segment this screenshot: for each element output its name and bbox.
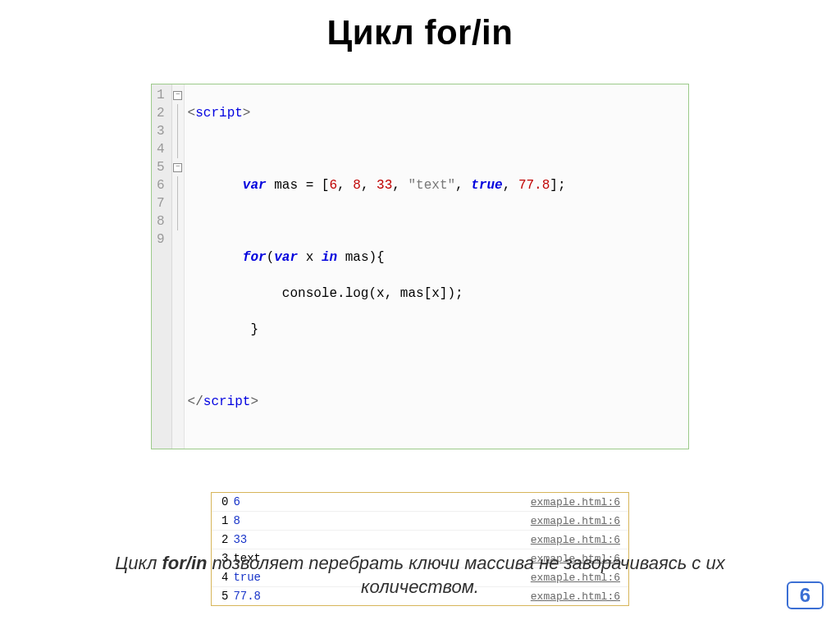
- console-row: 0 6 exmaple.html:6: [212, 493, 628, 511]
- code-token: x: [298, 250, 322, 265]
- code-token: >: [243, 106, 251, 121]
- code-token: }: [188, 322, 258, 337]
- page-number-badge: 6: [787, 581, 824, 609]
- code-token: var: [243, 178, 267, 193]
- slide: Цикл for/in 1 2 3 4 5 6 7 8 9 − − <scrip…: [0, 0, 840, 629]
- code-token: <: [188, 106, 196, 121]
- caption-text: Цикл: [115, 553, 162, 573]
- page-title: Цикл for/in: [0, 0, 840, 52]
- code-token: mas){: [337, 250, 385, 265]
- code-editor: 1 2 3 4 5 6 7 8 9 − − <script> var mas =…: [151, 84, 689, 449]
- console-row: 2 33 exmaple.html:6: [212, 530, 628, 549]
- code-token: 6: [329, 178, 337, 193]
- line-number: 4: [157, 140, 165, 158]
- console-key: 1: [221, 514, 228, 527]
- console-source-link[interactable]: exmaple.html:6: [531, 534, 620, 546]
- code-token: script: [195, 106, 243, 121]
- code-token: var: [274, 250, 298, 265]
- fold-column: − −: [172, 84, 185, 449]
- footer-caption: Цикл for/in позволяет перебрать ключи ма…: [0, 551, 840, 599]
- code-token: true: [471, 178, 502, 193]
- caption-keyword: for/in: [162, 553, 207, 573]
- console-row: 1 8 exmaple.html:6: [212, 511, 628, 530]
- console-value: 6: [233, 495, 240, 508]
- caption-text: позволяет перебрать ключи массива не зав…: [207, 553, 724, 573]
- console-source-link[interactable]: exmaple.html:6: [531, 496, 620, 508]
- code-token: "text": [408, 178, 455, 193]
- code-token: 33: [377, 178, 392, 193]
- code-token: 77.8: [518, 178, 550, 193]
- code-token: (: [267, 250, 275, 265]
- line-number: 6: [157, 176, 165, 194]
- code-area[interactable]: <script> var mas = [6, 8, 33, "text", tr…: [185, 84, 688, 449]
- line-number: 7: [157, 194, 165, 212]
- fold-toggle-icon[interactable]: −: [173, 163, 182, 172]
- console-value: 8: [233, 514, 240, 527]
- console-key: 0: [221, 495, 228, 508]
- console-source-link[interactable]: exmaple.html:6: [531, 515, 620, 527]
- line-number: 3: [157, 122, 165, 140]
- line-number: 5: [157, 158, 165, 176]
- code-token: console.log(x, mas[x]);: [188, 286, 463, 301]
- code-token: mas = [: [267, 178, 330, 193]
- line-number: 1: [157, 86, 165, 104]
- code-token: ];: [550, 178, 565, 193]
- code-gutter: 1 2 3 4 5 6 7 8 9: [152, 84, 172, 449]
- console-key: 2: [221, 533, 228, 546]
- fold-toggle-icon[interactable]: −: [173, 91, 182, 100]
- code-token: >: [250, 394, 258, 409]
- caption-text: количеством.: [361, 577, 479, 597]
- line-number: 9: [157, 230, 165, 248]
- code-token: script: [203, 394, 251, 409]
- code-token: in: [322, 250, 337, 265]
- line-number: 8: [157, 212, 165, 230]
- console-value: 33: [233, 533, 247, 546]
- code-token: 8: [353, 178, 361, 193]
- code-token: </: [188, 394, 203, 409]
- line-number: 2: [157, 104, 165, 122]
- code-token: for: [243, 250, 267, 265]
